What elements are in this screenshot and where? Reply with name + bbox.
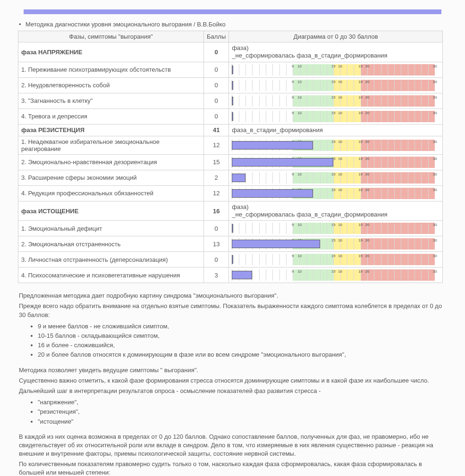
- desc-p: По количественным показателям правомерно…: [19, 460, 446, 476]
- desc-p: Методика позволяет увидеть ведущие симпт…: [19, 366, 446, 375]
- description-block: Предложенная методика дает подробную кар…: [19, 292, 446, 476]
- score-cell: 0: [204, 221, 229, 236]
- bar-fill: [232, 141, 313, 150]
- symptom-label: 4. Тревога и депрессия: [18, 109, 204, 124]
- bar-fill: [232, 271, 252, 279]
- bar-fill: [232, 255, 233, 264]
- bar-fill: [232, 240, 320, 248]
- diagram-cell: 9101516192030: [229, 62, 443, 77]
- score-cell: 16: [204, 201, 229, 221]
- bar-fill: [232, 81, 233, 90]
- symptom-label: 4. Редукция профессиональных обязанносте…: [18, 185, 204, 201]
- symptom-row: 3. Личностная отстраненность (деперсонал…: [18, 252, 443, 267]
- symptom-label: 1. Переживание психотравмирующих обстоят…: [18, 62, 204, 77]
- desc-list: "напряжение","резистенция","истощение": [38, 398, 446, 426]
- phase-label: фаза НАПРЯЖЕНИЕ: [18, 42, 204, 62]
- score-cell: 15: [204, 154, 229, 170]
- score-cell: 0: [204, 62, 229, 77]
- symptom-label: 4. Психосоматические и психовегетативные…: [18, 267, 204, 283]
- diagram-cell: 9101516192030: [229, 170, 443, 185]
- score-cell: 0: [204, 77, 229, 93]
- page-title: Методика диагностики уровня эмоционально…: [19, 21, 456, 28]
- symptom-row: 4. Тревога и депрессия09101516192030: [18, 109, 443, 124]
- score-cell: 0: [204, 252, 229, 267]
- score-cell: 0: [204, 109, 229, 124]
- phase-row: фаза ИСТОЩЕНИЕ16фаза) _не_сформировалась…: [18, 201, 443, 221]
- desc-p: Дальнейший шаг в интерпретации результат…: [19, 387, 446, 395]
- symptom-label: 1. Неадекватное избирательное эмоциональ…: [18, 136, 204, 154]
- score-cell: 12: [204, 136, 229, 154]
- symptom-label: 2. Эмоционально-нравственная дезориентац…: [18, 154, 204, 170]
- symptom-label: 3. Личностная отстраненность (деперсонал…: [18, 252, 204, 267]
- score-cell: 0: [204, 42, 229, 62]
- results-table: Фазы, симптомы "выгорания" Баллы Диаграм…: [18, 31, 443, 283]
- score-cell: 2: [204, 170, 229, 185]
- diagram-cell: 9101516192030: [229, 93, 443, 109]
- symptom-row: 1. Эмоциональный дефицит09101516192030: [18, 221, 443, 236]
- col-header-score: Баллы: [204, 31, 229, 42]
- phase-label: фаза ИСТОЩЕНИЕ: [18, 201, 204, 221]
- bar-fill: [232, 224, 233, 233]
- symptom-row: 3. Расширение сферы экономии эмоций29101…: [18, 170, 443, 185]
- diagram-cell: 9101516192030: [229, 77, 443, 93]
- score-cell: 41: [204, 124, 229, 136]
- diagram-cell: 9101516192030: [229, 221, 443, 236]
- desc-list-item: 9 и менее баллов - не сложившийся симпто…: [38, 322, 446, 331]
- phase-row: фаза РЕЗИСТЕНЦИЯ41фаза_в_стадии_формиров…: [18, 124, 443, 136]
- symptom-label: 3. Расширение сферы экономии эмоций: [18, 170, 204, 185]
- symptom-label: 3. "Загнанность в клетку": [18, 93, 204, 109]
- diagram-cell: 9101516192030: [229, 185, 443, 201]
- bar-fill: [232, 112, 233, 121]
- desc-p: В каждой из них оценка возможна в предел…: [19, 433, 446, 459]
- desc-list-item: "напряжение",: [38, 398, 446, 407]
- desc-list-item: 10-15 баллов - складывающийся симптом,: [38, 332, 446, 340]
- symptom-row: 2. Эмоционально-нравственная дезориентац…: [18, 154, 443, 170]
- diagram-cell: 9101516192030: [229, 236, 443, 252]
- score-cell: 0: [204, 93, 229, 109]
- symptom-row: 4. Психосоматические и психовегетативные…: [18, 267, 443, 283]
- symptom-row: 2. Неудовлетворенность собой091015161920…: [18, 77, 443, 93]
- diagram-cell: 9101516192030: [229, 252, 443, 267]
- desc-list-item: "истощение": [38, 418, 446, 426]
- top-accent-bar: [24, 9, 441, 14]
- symptom-row: 3. "Загнанность в клетку"09101516192030: [18, 93, 443, 109]
- symptom-row: 2. Эмоциональная отстраненность139101516…: [18, 236, 443, 252]
- symptom-label: 1. Эмоциональный дефицит: [18, 221, 204, 236]
- desc-p: Предложенная методика дает подробную кар…: [19, 292, 446, 300]
- phase-label: фаза РЕЗИСТЕНЦИЯ: [18, 124, 204, 136]
- col-header-symptom: Фазы, симптомы "выгорания": [18, 31, 204, 42]
- symptom-label: 2. Неудовлетворенность собой: [18, 77, 204, 93]
- bar-fill: [232, 66, 233, 74]
- diagram-cell: 9101516192030: [229, 109, 443, 124]
- phase-row: фаза НАПРЯЖЕНИЕ0фаза) _не_сформировалась…: [18, 42, 443, 62]
- desc-list: 9 и менее баллов - не сложившийся симпто…: [38, 322, 446, 359]
- diagram-cell: 9101516192030: [229, 154, 443, 170]
- score-cell: 3: [204, 267, 229, 283]
- diagram-cell: 9101516192030: [229, 136, 443, 154]
- bar-fill: [232, 189, 313, 198]
- desc-list-item: 20 и более баллов относятся к доминирующ…: [38, 351, 446, 359]
- score-cell: 13: [204, 236, 229, 252]
- bar-fill: [232, 97, 233, 105]
- symptom-label: 2. Эмоциональная отстраненность: [18, 236, 204, 252]
- symptom-row: 4. Редукция профессиональных обязанносте…: [18, 185, 443, 201]
- symptom-row: 1. Переживание психотравмирующих обстоят…: [18, 62, 443, 77]
- diagram-cell: 9101516192030: [229, 267, 443, 283]
- score-cell: 12: [204, 185, 229, 201]
- bar-fill: [232, 158, 333, 167]
- desc-list-item: "резистенция",: [38, 408, 446, 416]
- bar-fill: [232, 174, 245, 182]
- col-header-diagram: Диаграмма от 0 до 30 баллов: [229, 31, 443, 42]
- desc-p: Прежде всего надо обратить внимание на о…: [19, 302, 446, 319]
- phase-status-text: фаза_в_стадии_формирования: [229, 124, 443, 136]
- phase-status-text: фаза) _не_сформировалась фаза_в_стадии_ф…: [229, 201, 443, 221]
- phase-status-text: фаза) _не_сформировалась фаза_в_стадии_ф…: [229, 42, 443, 62]
- desc-p: Существенно важно отметить, к какой фазе…: [19, 376, 446, 385]
- desc-list-item: 16 и более - сложившийся,: [38, 341, 446, 350]
- symptom-row: 1. Неадекватное избирательное эмоциональ…: [18, 136, 443, 154]
